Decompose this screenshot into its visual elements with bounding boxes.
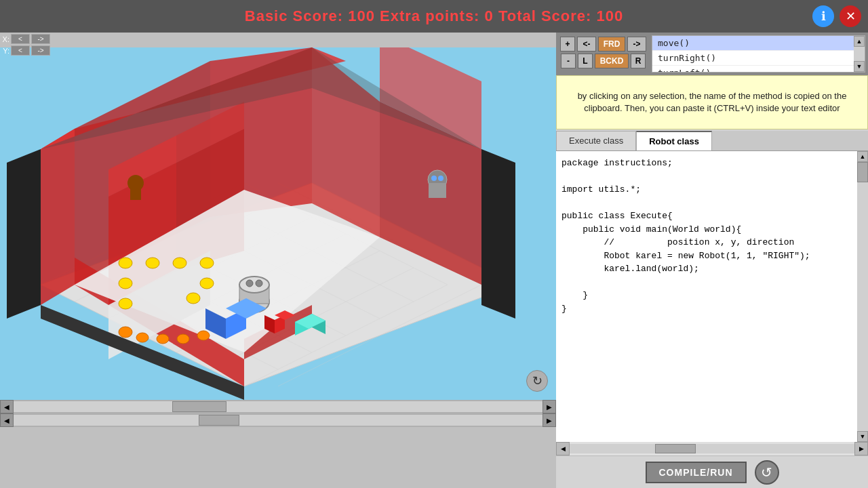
methods-scroll-track bbox=[854, 47, 865, 61]
compile-bar: COMPILE/RUN ↺ bbox=[556, 455, 868, 488]
method-item-turnright[interactable]: turnRight() bbox=[652, 51, 854, 66]
tab-robot-class[interactable]: Robot class bbox=[636, 131, 712, 150]
code-h-scroll-left[interactable]: ◀ bbox=[556, 442, 570, 455]
code-h-scroll-track[interactable] bbox=[570, 444, 854, 453]
y-right-button[interactable]: -> bbox=[31, 45, 50, 56]
tooltip-text: by clicking on any selection, the name o… bbox=[565, 90, 859, 115]
methods-scrollbar: ▲ ▼ bbox=[854, 36, 865, 72]
bottom-scroll-thumb[interactable] bbox=[199, 415, 239, 426]
y-label: Y: bbox=[1, 47, 9, 55]
info-icon: ℹ bbox=[821, 9, 826, 24]
methods-scroll-down[interactable]: ▼ bbox=[854, 61, 865, 72]
svg-marker-67 bbox=[481, 149, 515, 319]
code-h-scroll-right[interactable]: ▶ bbox=[854, 442, 868, 455]
code-editor-container: package instructions; import utils.*; pu… bbox=[556, 151, 868, 442]
svg-marker-65 bbox=[7, 149, 41, 319]
game-canvas: ↻ bbox=[0, 47, 556, 400]
svg-point-37 bbox=[200, 278, 214, 289]
rotate-button[interactable]: ↻ bbox=[526, 370, 548, 392]
game-scene-svg bbox=[0, 47, 556, 400]
scroll-left-arrow[interactable]: ◀ bbox=[0, 400, 14, 413]
svg-point-32 bbox=[119, 258, 132, 268]
method-item-move[interactable]: move() bbox=[652, 36, 854, 51]
code-scroll-up[interactable]: ▲ bbox=[857, 151, 868, 162]
score-display: Basic Score: 100 Extra points: 0 Total S… bbox=[245, 7, 623, 25]
svg-point-34 bbox=[173, 258, 186, 268]
svg-point-42 bbox=[157, 334, 169, 344]
svg-point-40 bbox=[119, 327, 132, 338]
move-bottom-row: - L BCKD R bbox=[561, 54, 646, 68]
svg-point-47 bbox=[239, 277, 269, 293]
methods-scroll-up[interactable]: ▲ bbox=[854, 36, 865, 47]
r-button[interactable]: R bbox=[631, 54, 646, 68]
left-arrow-button[interactable]: <- bbox=[577, 37, 596, 52]
bottom-scroll-left[interactable]: ◀ bbox=[0, 413, 14, 427]
tab-execute-class[interactable]: Execute class bbox=[556, 131, 636, 150]
minus-button[interactable]: - bbox=[561, 54, 576, 68]
tooltip-box: by clicking on any selection, the name o… bbox=[556, 75, 868, 129]
x-label: X: bbox=[1, 35, 9, 43]
tabs-bar: Execute class Robot class bbox=[556, 131, 868, 151]
svg-point-44 bbox=[197, 331, 210, 340]
left-panel: X: < -> Y: < -> bbox=[0, 33, 556, 488]
y-left-button[interactable]: < bbox=[11, 45, 30, 56]
xy-controls: X: < -> Y: < -> bbox=[0, 33, 52, 57]
svg-marker-17 bbox=[41, 129, 75, 305]
top-icons: ℹ ✕ bbox=[812, 5, 861, 27]
scroll-right-arrow[interactable]: ▶ bbox=[542, 400, 556, 413]
bckd-button[interactable]: BCKD bbox=[595, 54, 629, 68]
left-horizontal-scrollbar: ◀ ▶ bbox=[0, 400, 556, 413]
svg-point-41 bbox=[136, 333, 149, 342]
move-top-row: + <- FRD -> bbox=[560, 37, 646, 52]
top-bar: Basic Score: 100 Extra points: 0 Total S… bbox=[0, 0, 868, 33]
x-right-button[interactable]: -> bbox=[31, 34, 50, 44]
right-arrow-button[interactable]: -> bbox=[627, 37, 646, 52]
svg-point-43 bbox=[177, 334, 189, 344]
code-scroll-track bbox=[857, 162, 868, 431]
bottom-scroll-track[interactable] bbox=[14, 415, 542, 426]
scroll-thumb[interactable] bbox=[172, 401, 226, 412]
code-editor[interactable]: package instructions; import utils.*; pu… bbox=[556, 151, 857, 442]
exit-button[interactable]: ✕ bbox=[840, 5, 861, 27]
reset-button[interactable]: ↺ bbox=[755, 460, 779, 485]
method-item-turnleft[interactable]: turnLeft() bbox=[652, 66, 854, 72]
svg-rect-60 bbox=[130, 186, 141, 200]
code-h-scroll-thumb[interactable] bbox=[655, 444, 696, 453]
methods-container: move() turnRight() turnLeft() pickUp() p… bbox=[652, 35, 865, 73]
code-vertical-scrollbar: ▲ ▼ bbox=[857, 151, 868, 442]
svg-point-48 bbox=[246, 280, 253, 287]
code-scroll-down[interactable]: ▼ bbox=[857, 431, 868, 442]
svg-point-39 bbox=[186, 293, 200, 304]
frd-button[interactable]: FRD bbox=[598, 37, 625, 52]
scroll-track[interactable] bbox=[14, 401, 542, 412]
compile-run-button[interactable]: COMPILE/RUN bbox=[646, 462, 747, 483]
svg-rect-62 bbox=[429, 183, 446, 198]
info-button[interactable]: ℹ bbox=[812, 5, 834, 27]
x-control-row: X: < -> bbox=[1, 34, 50, 44]
right-panel: + <- FRD -> - L BCKD R move() turnRight(… bbox=[556, 33, 868, 488]
svg-point-64 bbox=[438, 176, 443, 181]
controls-row: + <- FRD -> - L BCKD R move() turnRight(… bbox=[556, 33, 868, 75]
svg-point-38 bbox=[119, 298, 132, 309]
left-bottom-bar: ◀ ▶ bbox=[0, 413, 556, 427]
movement-controls: + <- FRD -> - L BCKD R bbox=[559, 35, 648, 73]
l-button[interactable]: L bbox=[578, 54, 593, 68]
svg-point-49 bbox=[256, 280, 262, 287]
svg-point-35 bbox=[200, 258, 214, 268]
methods-list: move() turnRight() turnLeft() pickUp() p… bbox=[652, 36, 854, 72]
y-control-row: Y: < -> bbox=[1, 45, 50, 56]
plus-button[interactable]: + bbox=[560, 37, 575, 52]
bottom-scroll-right[interactable]: ▶ bbox=[542, 413, 556, 427]
svg-point-33 bbox=[146, 258, 159, 268]
svg-point-36 bbox=[119, 278, 132, 289]
code-scroll-thumb[interactable] bbox=[857, 162, 868, 182]
x-left-button[interactable]: < bbox=[11, 34, 30, 44]
exit-icon: ✕ bbox=[846, 9, 856, 24]
main-area: X: < -> Y: < -> bbox=[0, 33, 868, 488]
code-horizontal-scrollbar: ◀ ▶ bbox=[556, 442, 868, 455]
svg-point-63 bbox=[431, 176, 437, 181]
